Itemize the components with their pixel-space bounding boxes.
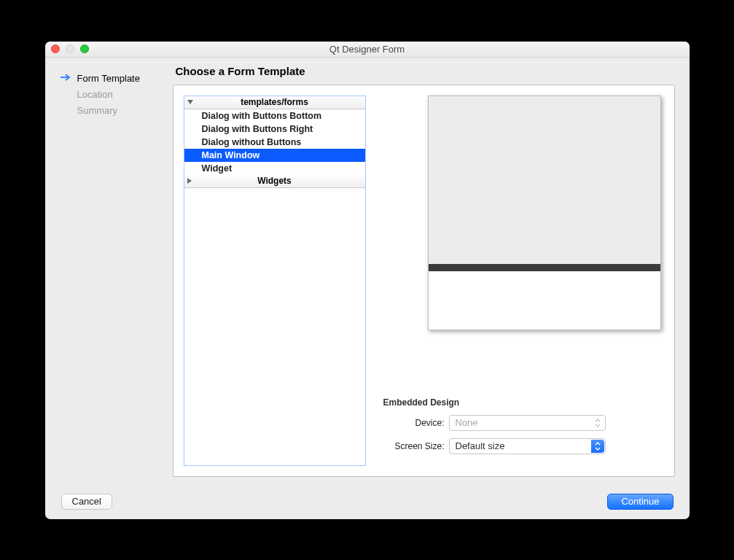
template-tree[interactable]: templates/forms Dialog with Buttons Bott… [184, 96, 366, 466]
device-row: Device: None [383, 415, 661, 431]
sidebar-item-label: Form Template [77, 73, 140, 84]
page-title: Choose a Form Template [176, 65, 675, 77]
combo-value: Default size [456, 440, 505, 451]
arrow-right-icon [60, 73, 71, 84]
combo-value: None [456, 417, 478, 428]
tree-item[interactable]: Dialog with Buttons Bottom [184, 109, 365, 122]
continue-button[interactable]: Continue [607, 494, 673, 510]
sidebar-item-location: Location [60, 87, 165, 103]
dialog-footer: Cancel Continue [45, 484, 690, 519]
content-panel: templates/forms Dialog with Buttons Bott… [173, 85, 675, 477]
updown-icon [591, 416, 604, 429]
wizard-sidebar: Form Template Location Summary [45, 58, 173, 484]
tree-item-selected[interactable]: Main Window [184, 149, 365, 162]
dialog-window: Qt Designer Form Form Template Location … [45, 42, 690, 519]
main-panel: Choose a Form Template templates/forms D… [173, 58, 690, 484]
tree-item[interactable]: Dialog with Buttons Right [184, 122, 365, 136]
columns: Form Template Location Summary Choose a … [45, 58, 690, 484]
sidebar-item-label: Location [77, 89, 113, 100]
preview-statusbar [429, 264, 660, 271]
device-combo: None [449, 415, 606, 431]
tree-item[interactable]: Widget [184, 162, 365, 175]
screensize-row: Screen Size: Default size [383, 438, 661, 454]
chevron-right-icon [187, 178, 192, 184]
sidebar-item-summary: Summary [60, 103, 165, 119]
titlebar: Qt Designer Form [45, 42, 690, 58]
updown-icon [591, 440, 604, 453]
preview-column: Embedded Design Device: None [383, 96, 664, 466]
tree-group-label: Widgets [257, 176, 292, 186]
tree-group-widgets[interactable]: Widgets [184, 175, 365, 188]
sidebar-item-form-template[interactable]: Form Template [60, 71, 165, 87]
device-label: Device: [383, 418, 449, 428]
tree-group-forms[interactable]: templates/forms [184, 96, 365, 109]
cancel-button[interactable]: Cancel [61, 494, 112, 510]
preview-body [429, 96, 660, 264]
embedded-design: Embedded Design Device: None [383, 397, 664, 466]
dialog-body: Form Template Location Summary Choose a … [45, 58, 690, 519]
tree-group-label: templates/forms [241, 97, 308, 107]
embedded-title: Embedded Design [383, 397, 661, 408]
screensize-combo[interactable]: Default size [449, 438, 606, 454]
form-preview [428, 96, 661, 330]
window-title: Qt Designer Form [45, 44, 690, 55]
chevron-down-icon [187, 100, 193, 104]
tree-item[interactable]: Dialog without Buttons [184, 136, 365, 149]
sidebar-item-label: Summary [77, 105, 118, 116]
screensize-label: Screen Size: [383, 441, 449, 451]
